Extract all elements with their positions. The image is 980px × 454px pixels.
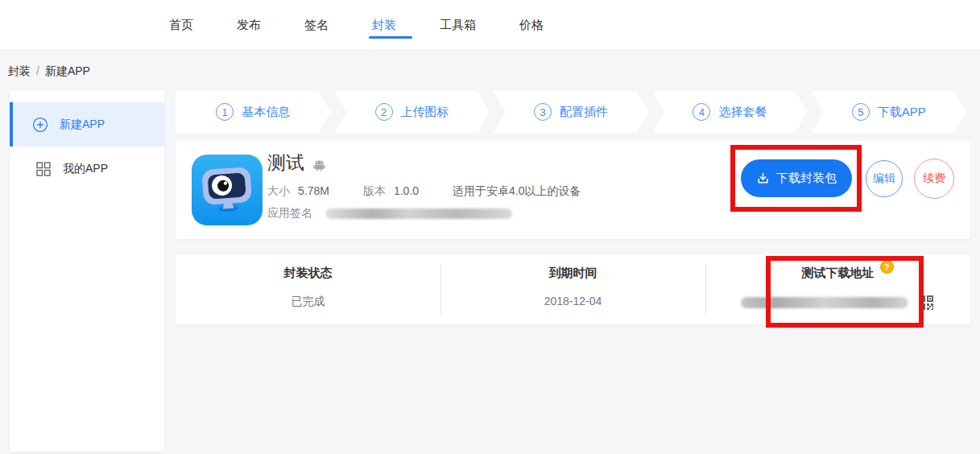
- breadcrumb: 封装/新建APP: [8, 64, 90, 79]
- expiry-date-value: 2018-12-04: [544, 295, 602, 307]
- app-icon: [192, 155, 263, 225]
- size-label: 大小: [267, 184, 290, 199]
- nav-tab-pricing[interactable]: 价格: [518, 0, 545, 50]
- app-title: 测试: [267, 151, 304, 175]
- sidebar-item-label: 我的APP: [63, 162, 108, 176]
- test-download-address-header: 测试下载地址 ?: [802, 266, 875, 281]
- compatibility-text: 适用于安卓4.0以上的设备: [453, 184, 581, 199]
- signature-label: 应用签名: [267, 206, 312, 221]
- breadcrumb-separator: /: [36, 64, 39, 77]
- nav-tab-home[interactable]: 首页: [167, 0, 195, 50]
- package-status-header: 封装状态: [284, 266, 333, 281]
- signature-value-redacted: [325, 208, 512, 219]
- qr-code-icon[interactable]: [916, 293, 936, 312]
- sidebar-item-label: 新建APP: [60, 118, 105, 132]
- wizard-step-select-plan[interactable]: 4 选择套餐: [652, 91, 807, 133]
- edit-button[interactable]: 编辑: [866, 160, 903, 197]
- sidebar-item-new-app[interactable]: 新建APP: [10, 102, 164, 147]
- wizard-step-basic-info[interactable]: 1 基本信息: [176, 91, 330, 133]
- plus-circle-icon: [32, 117, 48, 133]
- breadcrumb-page: 新建APP: [45, 64, 90, 77]
- sidebar: 新建APP 我的APP: [10, 90, 164, 452]
- download-url-redacted[interactable]: [741, 297, 908, 308]
- wizard-step-download-app[interactable]: 5 下载APP: [812, 91, 966, 133]
- step-number-badge: 1: [216, 103, 234, 121]
- status-table: 封装状态 已完成 到期时间 2018-12-04 测试下载地址 ?: [176, 254, 970, 324]
- step-label: 配置插件: [560, 105, 608, 120]
- breadcrumb-section[interactable]: 封装: [8, 64, 31, 77]
- renew-button[interactable]: 续费: [914, 159, 954, 199]
- size-value: 5.78M: [298, 184, 329, 199]
- step-number-badge: 4: [693, 103, 710, 121]
- step-wizard: 1 基本信息 2 上传图标 3 配置插件 4 选择套餐 5 下载APP: [176, 91, 970, 133]
- step-label: 选择套餐: [718, 105, 767, 120]
- app-card: 测试 大小 5.78M 版本 1.0.0 适用于安卓4.0以上的设备: [176, 141, 970, 239]
- test-download-address-cell: 测试下载地址 ?: [705, 254, 970, 324]
- nav-tab-package[interactable]: 封装: [370, 0, 398, 50]
- wizard-step-configure-plugins[interactable]: 3 配置插件: [494, 91, 648, 133]
- android-icon: [312, 157, 327, 172]
- step-number-badge: 3: [534, 103, 552, 121]
- app-info: 测试 大小 5.78M 版本 1.0.0 适用于安卓4.0以上的设备: [267, 151, 581, 221]
- step-label: 下载APP: [878, 105, 926, 120]
- package-status-cell: 封装状态 已完成: [176, 254, 440, 324]
- nav-tab-sign[interactable]: 签名: [303, 0, 330, 50]
- download-icon: [756, 171, 770, 185]
- step-number-badge: 2: [375, 103, 393, 121]
- nav-tab-toolbox[interactable]: 工具箱: [438, 0, 478, 50]
- download-package-button[interactable]: 下载封装包: [741, 159, 852, 197]
- download-button-label: 下载封装包: [776, 171, 837, 186]
- step-label: 基本信息: [242, 105, 290, 120]
- step-label: 上传图标: [401, 105, 449, 120]
- grid-icon: [35, 161, 52, 177]
- nav-tab-publish[interactable]: 发布: [235, 0, 263, 50]
- version-label: 版本: [363, 184, 386, 199]
- version-value: 1.0.0: [394, 184, 419, 199]
- expiry-date-cell: 到期时间 2018-12-04: [440, 254, 705, 324]
- top-nav: 首页 发布 签名 封装 工具箱 价格: [0, 0, 980, 51]
- package-status-value: 已完成: [292, 295, 325, 309]
- help-icon[interactable]: ?: [880, 260, 894, 274]
- sidebar-item-my-app[interactable]: 我的APP: [10, 147, 164, 191]
- step-number-badge: 5: [852, 103, 870, 121]
- expiry-date-header: 到期时间: [549, 266, 598, 281]
- wizard-step-upload-icon[interactable]: 2 上传图标: [334, 91, 489, 133]
